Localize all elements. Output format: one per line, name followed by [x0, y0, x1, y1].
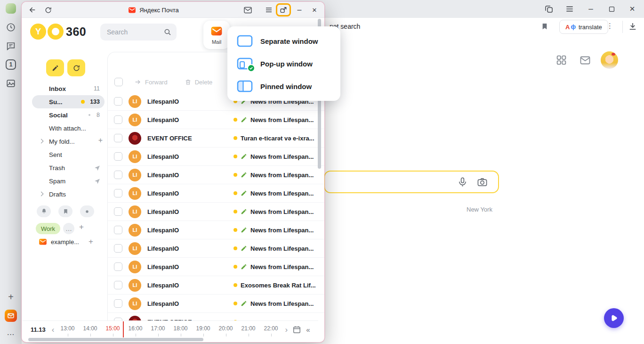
message-checkbox[interactable] [114, 244, 122, 253]
add-folder-icon[interactable]: + [98, 136, 103, 145]
select-all-checkbox[interactable] [114, 78, 123, 86]
location-hint[interactable]: New York [467, 206, 492, 213]
message-row[interactable]: LI LifespanIO News from Lifespan... [108, 203, 324, 221]
folder-item[interactable]: With attach... + [32, 122, 105, 135]
forward-button[interactable]: Forward [134, 78, 168, 86]
folder-item[interactable]: Social 8 + [32, 108, 105, 122]
popup-close-button[interactable]: ✕ [310, 5, 319, 15]
message-checkbox[interactable] [114, 207, 122, 216]
folder-item[interactable]: Sent + [32, 148, 105, 161]
mail-search-field[interactable] [100, 24, 177, 41]
folder-item[interactable]: Spam + [32, 174, 105, 188]
popup-menu-icon[interactable] [264, 5, 274, 15]
timeline-next-icon[interactable]: › [285, 326, 288, 334]
timeline-hour[interactable]: 14:00 [79, 321, 102, 338]
bookmarks-pill[interactable] [58, 205, 72, 217]
folder-item[interactable]: Su... 133 + [32, 95, 105, 108]
folder-item[interactable]: Inbox 11 + [32, 82, 105, 95]
reload-icon[interactable] [43, 5, 53, 15]
timeline-prev-icon[interactable]: ‹ [52, 326, 55, 334]
message-row[interactable]: LI LifespanIO News from Lifespan... [108, 295, 324, 313]
envelope-icon[interactable] [243, 5, 252, 15]
message-row[interactable]: LI LifespanIO News from Lifespan... [108, 184, 324, 203]
app-tab-mail[interactable]: Mail [203, 21, 230, 49]
compose-button[interactable] [46, 59, 64, 76]
message-row[interactable]: LI LifespanIO News from Lifespan... [108, 111, 324, 129]
menu-item-separate-window[interactable]: Separate window [227, 30, 340, 52]
message-checkbox[interactable] [114, 262, 122, 271]
page-search-bar[interactable] [324, 171, 499, 193]
profile-avatar[interactable] [6, 3, 16, 14]
apps-grid-icon[interactable] [555, 54, 567, 66]
browser-menu-icon[interactable] [564, 4, 575, 14]
folder-clear-icon[interactable] [94, 164, 101, 172]
folder-item[interactable]: My fold... + [32, 135, 105, 148]
add-account-button[interactable]: + [89, 237, 93, 246]
message-row[interactable]: EVENT OFFICE [108, 313, 324, 320]
folder-item[interactable]: Trash + [32, 161, 105, 174]
user-avatar[interactable] [601, 51, 618, 69]
message-row[interactable]: LI LifespanIO News from Lifespan... [108, 221, 324, 239]
timeline-hour[interactable]: 13:00 [56, 321, 79, 338]
account-item[interactable]: example... [39, 238, 79, 246]
timeline-hour[interactable]: 18:00 [169, 321, 192, 338]
downloads-icon[interactable] [628, 22, 637, 31]
tag-work[interactable]: Work [36, 223, 60, 234]
horizontal-scrollbar[interactable] [28, 338, 203, 341]
message-checkbox[interactable] [114, 134, 122, 142]
translate-button[interactable]: Aф translate [559, 20, 608, 34]
window-minimize-button[interactable]: – [586, 4, 596, 14]
popup-minimize-button[interactable]: – [295, 5, 304, 15]
bookmark-flag-icon[interactable] [541, 23, 548, 30]
calendar-icon[interactable] [292, 325, 301, 334]
window-mode-button-highlighted[interactable] [276, 3, 291, 16]
timeline-hour[interactable]: 19:00 [192, 321, 215, 338]
window-maximize-button[interactable] [606, 4, 617, 14]
notifications-badge[interactable]: 1 [6, 59, 16, 70]
add-tag-button[interactable]: + [79, 222, 84, 232]
page-mail-icon[interactable] [580, 55, 591, 66]
voice-search-icon[interactable] [457, 177, 468, 188]
gallery-icon[interactable] [6, 78, 16, 89]
address-bar-more-icon[interactable]: ⋮ [606, 22, 613, 30]
chevron-icon[interactable] [39, 192, 44, 197]
message-checkbox[interactable] [114, 299, 122, 308]
message-row[interactable]: EVENT OFFICE Turan e-ticarət və e-ixra..… [108, 129, 324, 147]
message-checkbox[interactable] [114, 226, 122, 234]
chevron-icon[interactable] [39, 139, 44, 144]
sidebar-add-icon[interactable]: + [6, 292, 16, 302]
notifications-pill[interactable] [37, 205, 51, 217]
alice-assistant-button[interactable] [604, 308, 624, 328]
search-icon[interactable] [163, 28, 172, 36]
check-mail-button[interactable] [67, 59, 85, 76]
message-row[interactable]: LI LifespanIO News from Lifespan... [108, 258, 324, 276]
timeline-hour[interactable]: 17:00 [147, 321, 169, 338]
message-checkbox[interactable] [114, 97, 122, 106]
tags-more-button[interactable]: … [63, 223, 74, 234]
message-row[interactable]: LI LifespanIO News from Lifespan... [108, 166, 324, 184]
history-icon[interactable] [6, 22, 16, 33]
folder-clear-icon[interactable] [94, 178, 101, 185]
copy-tabs-icon[interactable] [544, 4, 554, 14]
message-checkbox[interactable] [114, 189, 122, 197]
back-icon[interactable] [28, 5, 37, 15]
message-checkbox[interactable] [114, 281, 122, 289]
message-checkbox[interactable] [114, 115, 122, 124]
message-checkbox[interactable] [114, 171, 122, 179]
menu-item-pinned-window[interactable]: Pinned window [227, 75, 340, 98]
menu-item-popup-window[interactable]: Pop-up window [227, 52, 340, 75]
timeline-hour[interactable]: 20:00 [215, 321, 237, 338]
message-checkbox[interactable] [114, 152, 122, 161]
chats-icon[interactable] [6, 41, 16, 51]
message-row[interactable]: LI LifespanIO Exosomes Break Rat Lif... [108, 276, 324, 295]
timeline-hour[interactable]: 21:00 [237, 321, 260, 338]
sidebar-more-icon[interactable]: ⋯ [6, 329, 16, 339]
timeline-hour[interactable]: 15:00 [102, 321, 124, 338]
status-pill[interactable] [80, 205, 94, 217]
timeline-collapse-icon[interactable]: « [306, 326, 310, 334]
window-close-button[interactable]: ✕ [627, 4, 637, 14]
folder-item[interactable]: Drafts + [32, 188, 105, 201]
message-row[interactable]: LI LifespanIO News from Lifespan... [108, 239, 324, 258]
message-row[interactable]: LI LifespanIO News from Lifespan... [108, 147, 324, 166]
yandex-mail-app-icon[interactable] [5, 310, 17, 322]
